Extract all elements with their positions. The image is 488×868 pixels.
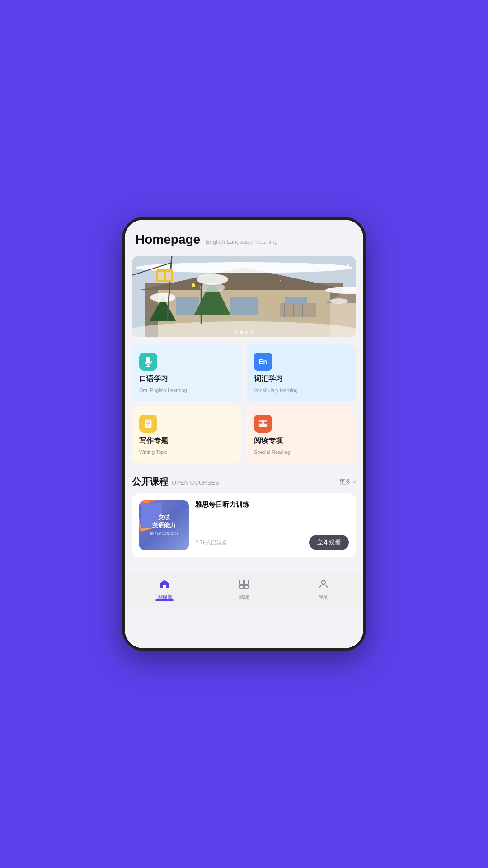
svg-point-29: [257, 262, 258, 264]
thumbnail-main: 突破 英语能力: [150, 514, 178, 529]
mine-icon: [318, 579, 329, 592]
vocab-desc: Vocabulary learning: [254, 387, 349, 393]
svg-point-25: [330, 298, 348, 304]
nav-courses[interactable]: 课程库: [125, 579, 204, 601]
banner-dot-2: [240, 331, 243, 334]
mine-label: 我的: [319, 594, 328, 601]
svg-point-33: [221, 269, 222, 270]
reading-nav-icon: [239, 579, 249, 592]
svg-point-16: [150, 293, 175, 302]
svg-rect-47: [240, 580, 244, 585]
course-card: 热门 突破 英语能力 助力雅思拿高分 雅思每日听力训练 2.7k人已观看 立即: [132, 493, 356, 557]
svg-rect-5: [230, 297, 258, 315]
banner-dot-3: [245, 331, 248, 334]
reading-label: 精读: [239, 594, 249, 601]
svg-rect-46: [163, 585, 166, 588]
vocab-icon: En: [254, 353, 272, 371]
svg-point-32: [280, 280, 281, 282]
svg-rect-20: [158, 272, 164, 280]
writing-desc: Writing Topic: [139, 449, 234, 455]
svg-rect-49: [240, 585, 244, 588]
courses-icon: [159, 579, 170, 592]
reading-desc: Special Reading: [254, 449, 349, 455]
phone-content: Homepage English Language Teaching: [125, 220, 363, 648]
banner-container: [132, 256, 356, 337]
course-thumbnail: 热门 突破 英语能力 助力雅思拿高分: [139, 500, 189, 550]
header: Homepage English Language Teaching: [125, 220, 363, 252]
nav-mine[interactable]: 我的: [284, 579, 363, 601]
section-title-cn: 公开课程: [132, 476, 168, 488]
banner-dot-4: [250, 331, 253, 334]
svg-point-28: [189, 274, 191, 275]
oral-name: 口语学习: [139, 374, 234, 384]
vocab-name: 词汇学习: [254, 374, 349, 384]
oral-icon: [139, 353, 157, 371]
nav-reading[interactable]: 精读: [204, 579, 284, 601]
banner-dots: [235, 331, 253, 334]
watch-button[interactable]: 立即观看: [309, 535, 349, 550]
category-reading[interactable]: 阅读专项 Special Reading: [247, 406, 356, 463]
svg-rect-50: [244, 585, 248, 588]
phone-shell: Homepage English Language Teaching: [122, 217, 366, 651]
category-oral[interactable]: 口语学习 Oral English Learning: [132, 344, 241, 401]
more-button[interactable]: 更多 >: [339, 478, 356, 486]
svg-point-30: [311, 271, 313, 273]
svg-point-14: [200, 283, 225, 292]
writing-name: 写作专题: [139, 436, 234, 446]
banner-dot-1: [235, 331, 238, 334]
svg-point-27: [157, 264, 159, 266]
category-vocab[interactable]: En 词汇学习 Vocabulary learning: [247, 344, 356, 401]
section-header: 公开课程 OPEN COURSES 更多 >: [125, 467, 363, 493]
svg-rect-4: [176, 297, 199, 315]
banner-image: [132, 256, 356, 337]
course-title: 雅思每日听力训练: [195, 500, 349, 509]
course-viewers: 2.7k人已观看: [195, 539, 227, 547]
svg-rect-48: [244, 580, 248, 585]
svg-rect-21: [166, 272, 171, 280]
svg-point-31: [347, 264, 349, 266]
reading-name: 阅读专项: [254, 436, 349, 446]
bottom-nav: 课程库 精读: [125, 574, 363, 608]
section-title-en: OPEN COURSES: [172, 479, 219, 486]
page-title: Homepage: [136, 232, 200, 247]
thumbnail-sub: 助力雅思拿高分: [150, 531, 178, 537]
svg-point-36: [192, 283, 195, 287]
category-writing[interactable]: 写作专题 Writing Topic: [132, 406, 241, 463]
course-bottom: 2.7k人已观看 立即观看: [195, 535, 349, 550]
svg-rect-7: [280, 303, 316, 317]
oral-desc: Oral English Learning: [139, 387, 234, 393]
svg-point-51: [322, 580, 325, 584]
page-subtitle: English Language Teaching: [206, 238, 278, 245]
section-title-group: 公开课程 OPEN COURSES: [132, 476, 219, 488]
course-info: 雅思每日听力训练 2.7k人已观看 立即观看: [195, 500, 349, 550]
writing-icon: [139, 415, 157, 433]
category-grid: 口语学习 Oral English Learning En 词汇学习 Vocab…: [132, 344, 356, 463]
reading-icon: [254, 415, 272, 433]
